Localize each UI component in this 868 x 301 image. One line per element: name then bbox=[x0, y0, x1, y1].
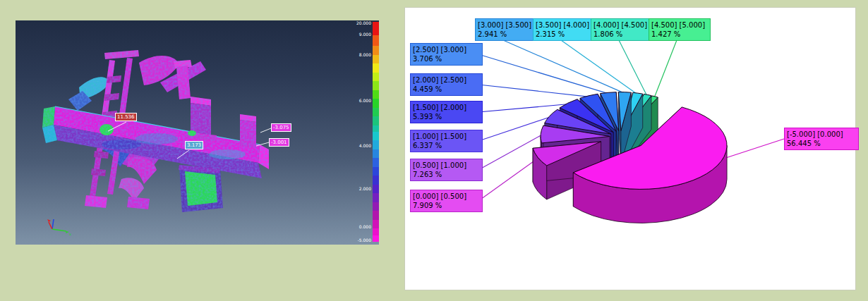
color-scale-bar bbox=[373, 22, 379, 242]
pie-label-range: [0.500] [1.000] bbox=[413, 161, 480, 170]
3d-structure-scene[interactable]: x bbox=[16, 20, 379, 245]
pie-callout-label: [3.500] [4.000] 2.315 % bbox=[533, 18, 595, 41]
pie-label-range: [2.000] [2.500] bbox=[413, 75, 480, 85]
pie-label-range: [2.500] [3.000] bbox=[413, 45, 480, 54]
pie-label-pct: 4.459 % bbox=[413, 85, 480, 94]
measurement-label[interactable]: 3.173 bbox=[185, 141, 203, 149]
pie-slices bbox=[533, 92, 727, 223]
measurement-label[interactable]: 11.536 bbox=[115, 113, 137, 121]
pie-callout-label: [-5.000] [0.000] 56.445 % bbox=[784, 128, 859, 150]
pie-label-pct: 5.393 % bbox=[413, 112, 480, 121]
colorbar-tick: 20.000 bbox=[356, 21, 371, 25]
pie-callout-label: [0.000] [0.500] 7.909 % bbox=[410, 190, 483, 212]
pie-chart-panel: [-5.000] [0.000] 56.445 % [0.000] [0.500… bbox=[404, 7, 856, 290]
leader-line bbox=[619, 40, 647, 96]
colorbar-tick: -5.000 bbox=[358, 238, 371, 242]
pie-label-pct: 6.337 % bbox=[413, 141, 480, 150]
pie-label-pct: 56.445 % bbox=[787, 139, 856, 148]
svg-text:x: x bbox=[69, 232, 71, 236]
pie-callout-label: [1.500] [2.000] 5.393 % bbox=[410, 101, 483, 123]
leader-line bbox=[478, 85, 589, 97]
pie-label-pct: 3.706 % bbox=[413, 54, 480, 63]
pie-label-pct: 7.263 % bbox=[413, 170, 480, 179]
pie-label-range: [3.500] [4.000] bbox=[536, 20, 592, 30]
colorbar-tick: 9.000 bbox=[359, 32, 371, 37]
pie-callout-label: [4.500] [5.000] 1.427 % bbox=[649, 18, 711, 41]
measurement-label[interactable]: -3.001 bbox=[269, 138, 289, 147]
pointcloud-noise-green bbox=[42, 50, 269, 212]
pie-label-range: [1.000] [1.500] bbox=[413, 132, 480, 141]
pie-callout-label: [2.000] [2.500] 4.459 % bbox=[410, 73, 483, 96]
pie-label-range: [-5.000] [0.000] bbox=[787, 130, 856, 139]
3d-viewer-panel[interactable]: x 11.536 3.173 -3.075 -3.001 20.000 9.00… bbox=[16, 20, 379, 245]
screenshot-canvas: x 11.536 3.173 -3.075 -3.001 20.000 9.00… bbox=[0, 0, 868, 301]
pie-callout-label: [0.500] [1.000] 7.263 % bbox=[410, 159, 483, 181]
pie-label-range: [1.500] [2.000] bbox=[413, 103, 480, 112]
colorbar-tick: 4.000 bbox=[359, 144, 371, 148]
pie-label-pct: 1.806 % bbox=[593, 30, 650, 39]
pie-label-range: [4.500] [5.000] bbox=[651, 20, 708, 30]
measurement-label[interactable]: -3.075 bbox=[271, 123, 291, 132]
pie-label-pct: 7.909 % bbox=[413, 201, 480, 210]
pie-callout-label: [1.000] [1.500] 6.337 % bbox=[410, 130, 483, 152]
axis-triad-icon: x bbox=[47, 219, 71, 236]
pie-callout-label: [3.000] [3.500] 2.941 % bbox=[475, 18, 537, 41]
pie-label-range: [4.000] [4.500] bbox=[593, 20, 650, 30]
pie-label-range: [0.000] [0.500] bbox=[413, 192, 480, 201]
leader-line bbox=[561, 40, 637, 94]
pie-callout-label: [4.000] [4.500] 1.806 % bbox=[591, 18, 653, 41]
pie-label-pct: 2.941 % bbox=[478, 30, 534, 39]
pie-label-range: [3.000] [3.500] bbox=[478, 20, 534, 30]
colorbar-tick: 2.000 bbox=[359, 187, 371, 191]
leader-line bbox=[503, 40, 625, 93]
pie-callout-label: [2.500] [3.000] 3.706 % bbox=[410, 43, 483, 66]
colorbar-tick: 0.000 bbox=[359, 225, 371, 229]
leader-line bbox=[478, 157, 540, 201]
colorbar-tick: 6.000 bbox=[359, 99, 371, 103]
pie-label-pct: 1.427 % bbox=[651, 30, 708, 39]
leader-line bbox=[719, 139, 784, 160]
leader-line bbox=[654, 40, 677, 97]
colorbar-tick: 8.000 bbox=[359, 53, 371, 57]
pie-label-pct: 2.315 % bbox=[536, 30, 592, 39]
